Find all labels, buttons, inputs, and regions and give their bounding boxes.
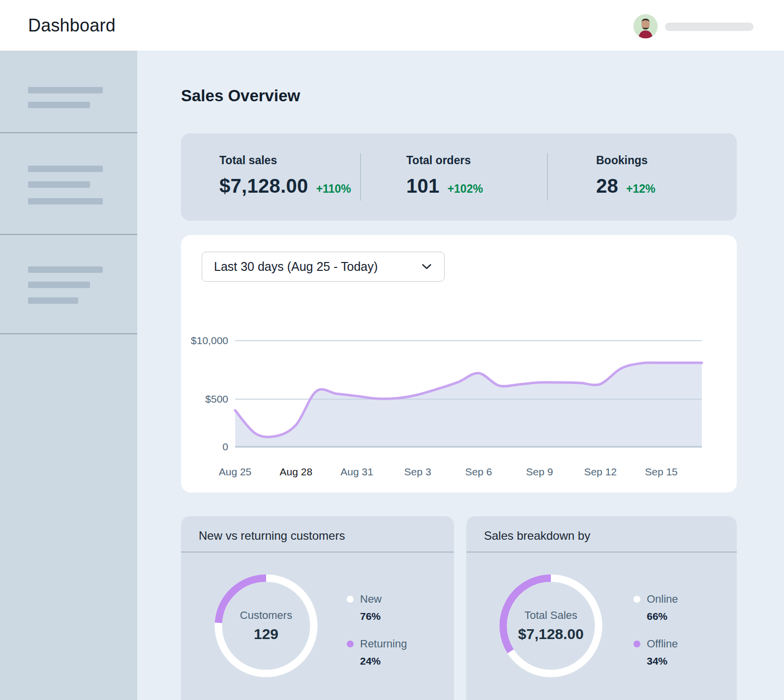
card-title: New vs returning customers xyxy=(199,529,345,543)
legend: Online 66% Offline 34% xyxy=(633,593,678,682)
sidebar-skeleton-bar xyxy=(28,166,103,172)
stat-label: Total orders xyxy=(406,154,547,167)
svg-text:Sep 6: Sep 6 xyxy=(465,466,492,477)
person-avatar-icon xyxy=(633,14,658,38)
legend-dot xyxy=(633,596,640,603)
legend-label: Online xyxy=(647,593,678,606)
svg-text:Aug 28: Aug 28 xyxy=(280,466,313,477)
sidebar-skeleton-bar xyxy=(28,181,90,188)
sales-over-time-chart: $10,000$5000Aug 25Aug 28Aug 31Sep 3Sep 6… xyxy=(181,235,737,493)
card-title: Sales breakdown by xyxy=(484,529,590,543)
legend-value: 66% xyxy=(647,611,678,622)
stat-bookings: Bookings 28 +12% xyxy=(548,133,737,221)
svg-text:Sep 9: Sep 9 xyxy=(526,466,553,477)
stats-summary-card: Total sales $7,128.00 +110% Total orders… xyxy=(181,133,737,221)
legend-value: 24% xyxy=(360,655,407,667)
stat-label: Total sales xyxy=(219,154,360,167)
legend-item: New 76% xyxy=(347,593,407,622)
breakdown-donut-chart: Total Sales $7,128.00 xyxy=(499,574,603,677)
sidebar-skeleton-bar xyxy=(28,282,90,288)
app-window: Dashboard Sales Overview Total sal xyxy=(0,0,784,700)
legend-dot xyxy=(347,641,354,647)
donut-ring xyxy=(499,574,603,677)
sidebar-skeleton-bar xyxy=(28,87,103,93)
svg-text:Sep 12: Sep 12 xyxy=(584,466,617,477)
stat-value: 101 xyxy=(406,175,440,197)
legend-dot xyxy=(347,596,354,603)
stat-value: $7,128.00 xyxy=(219,175,308,197)
legend-item: Offline 34% xyxy=(633,638,678,667)
svg-text:Aug 31: Aug 31 xyxy=(340,466,373,477)
card-divider xyxy=(466,552,737,553)
legend-dot xyxy=(633,641,640,647)
breakdown-card: Sales breakdown by Total Sales $7,128.00… xyxy=(466,516,737,700)
stat-label: Bookings xyxy=(596,154,737,167)
svg-text:$500: $500 xyxy=(205,393,228,405)
stat-value: 28 xyxy=(596,175,618,197)
stat-delta-badge: +102% xyxy=(448,182,483,196)
page-title: Sales Overview xyxy=(181,87,300,105)
stat-total-sales: Total sales $7,128.00 +110% xyxy=(181,133,360,221)
svg-text:$10,000: $10,000 xyxy=(191,335,228,346)
svg-text:Aug 25: Aug 25 xyxy=(219,466,252,477)
svg-text:Sep 15: Sep 15 xyxy=(645,466,678,477)
top-header: Dashboard xyxy=(0,0,784,51)
stat-delta-badge: +110% xyxy=(316,182,351,196)
legend-item: Returning 24% xyxy=(347,638,407,667)
sidebar-skeleton-bar xyxy=(28,266,103,273)
legend-value: 76% xyxy=(360,611,407,622)
customers-card: New vs returning customers Customers 129… xyxy=(181,516,454,700)
sidebar-skeleton-bar xyxy=(28,198,103,204)
sidebar-skeleton-bar xyxy=(28,297,78,304)
stat-delta-badge: +12% xyxy=(626,182,655,196)
legend-label: New xyxy=(360,593,382,606)
legend-value: 34% xyxy=(647,655,678,667)
header-title: Dashboard xyxy=(28,0,116,51)
sidebar xyxy=(0,51,137,700)
legend-label: Returning xyxy=(360,638,407,650)
header-placeholder-bar xyxy=(665,23,754,31)
legend-label: Offline xyxy=(647,638,678,650)
avatar[interactable] xyxy=(633,14,658,38)
svg-text:0: 0 xyxy=(222,441,228,452)
sidebar-divider xyxy=(0,132,137,133)
sidebar-divider xyxy=(0,333,137,334)
customers-donut-chart: Customers 129 xyxy=(214,574,318,677)
stat-total-orders: Total orders 101 +102% xyxy=(361,133,547,221)
legend-item: Online 66% xyxy=(633,593,678,622)
donut-ring xyxy=(214,574,318,677)
sidebar-skeleton-bar xyxy=(28,102,90,108)
svg-text:Sep 3: Sep 3 xyxy=(404,466,431,477)
card-divider xyxy=(181,552,454,553)
sidebar-divider xyxy=(0,234,137,235)
sales-chart-card: Last 30 days (Aug 25 - Today) $10,000$50… xyxy=(181,235,737,493)
legend: New 76% Returning 24% xyxy=(347,593,407,682)
